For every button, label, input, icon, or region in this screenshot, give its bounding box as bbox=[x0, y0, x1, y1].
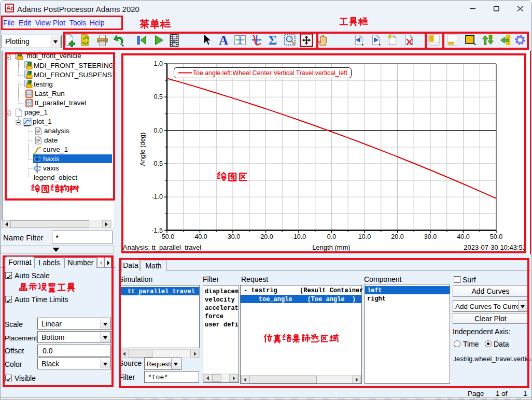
svg-text:-50.0: -50.0 bbox=[160, 233, 175, 240]
svg-text:-1.0: -1.0 bbox=[151, 193, 163, 201]
svg-text:Toe angle.left:Wheel Center Ve: Toe angle.left:Wheel Center Vertical Tra… bbox=[193, 69, 348, 77]
svg-text:0.5: 0.5 bbox=[154, 93, 163, 101]
svg-text:-10.0: -10.0 bbox=[291, 233, 306, 240]
svg-text:A: A bbox=[219, 33, 228, 47]
svg-text:Length (mm): Length (mm) bbox=[312, 244, 351, 251]
svg-text:1.0: 1.0 bbox=[154, 60, 163, 67]
svg-text:0.0: 0.0 bbox=[327, 233, 336, 240]
svg-text:Angle (deg): Angle (deg) bbox=[139, 133, 146, 166]
svg-text:Σ: Σ bbox=[269, 33, 277, 47]
svg-text:-20.0: -20.0 bbox=[258, 233, 273, 240]
svg-text:40.0: 40.0 bbox=[457, 233, 469, 240]
svg-text:-0.5: -0.5 bbox=[151, 160, 163, 167]
svg-text:50.0: 50.0 bbox=[490, 233, 502, 240]
svg-text:-40.0: -40.0 bbox=[192, 233, 207, 240]
svg-text:20.0: 20.0 bbox=[391, 233, 403, 240]
svg-text:2023-07-30 10:43:51: 2023-07-30 10:43:51 bbox=[464, 244, 526, 251]
svg-text:10.0: 10.0 bbox=[358, 233, 371, 240]
svg-text:-30.0: -30.0 bbox=[226, 233, 241, 240]
svg-text:30.0: 30.0 bbox=[424, 233, 437, 240]
svg-text:Analysis: tt_parallel_travel: Analysis: tt_parallel_travel bbox=[123, 244, 201, 251]
svg-text:0.0: 0.0 bbox=[154, 127, 163, 134]
